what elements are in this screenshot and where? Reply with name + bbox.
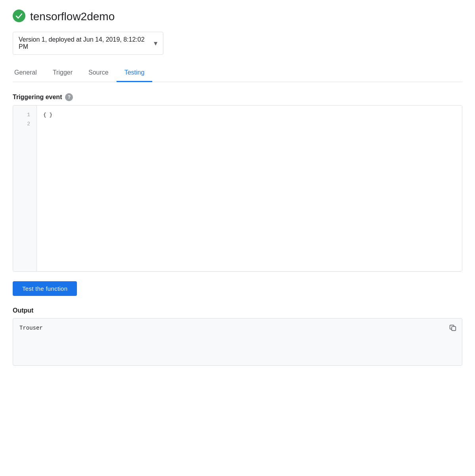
- success-check-icon: [13, 10, 25, 24]
- tab-trigger[interactable]: Trigger: [45, 64, 80, 82]
- line-number-2: 2: [19, 119, 30, 129]
- code-input[interactable]: { }: [37, 106, 462, 271]
- test-function-button[interactable]: Test the function: [13, 281, 77, 296]
- copy-button[interactable]: [447, 322, 459, 335]
- output-value: Trouser: [19, 325, 43, 331]
- help-icon[interactable]: ?: [65, 93, 73, 101]
- code-editor[interactable]: 1 2 { }: [13, 105, 462, 272]
- tabs-bar: General Trigger Source Testing: [13, 64, 462, 82]
- line-number-1: 1: [19, 110, 30, 119]
- version-text: Version 1, deployed at Jun 14, 2019, 8:1…: [19, 36, 154, 50]
- svg-rect-1: [452, 326, 456, 330]
- copy-icon: [448, 323, 457, 332]
- output-section: Output Trouser: [13, 307, 462, 366]
- output-label: Output: [13, 307, 462, 314]
- svg-point-0: [13, 10, 25, 22]
- page-title: tensorflow2demo: [30, 10, 115, 23]
- line-numbers: 1 2: [13, 106, 37, 271]
- triggering-event-label: Triggering event ?: [13, 93, 462, 101]
- chevron-down-icon: ▾: [154, 39, 157, 48]
- tab-general[interactable]: General: [13, 64, 45, 82]
- triggering-event-section: Triggering event ? 1 2 { }: [13, 93, 462, 272]
- tab-source[interactable]: Source: [80, 64, 117, 82]
- page-header: tensorflow2demo: [13, 10, 462, 24]
- tab-testing[interactable]: Testing: [117, 64, 153, 82]
- version-dropdown[interactable]: Version 1, deployed at Jun 14, 2019, 8:1…: [13, 32, 163, 55]
- output-box: Trouser: [13, 318, 462, 366]
